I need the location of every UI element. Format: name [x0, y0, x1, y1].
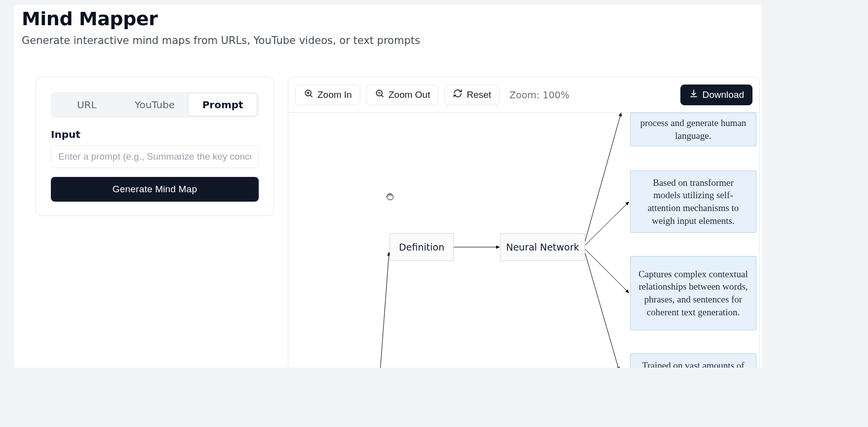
svg-line-13 [585, 113, 621, 241]
svg-line-17 [585, 249, 629, 293]
svg-line-5 [381, 95, 383, 97]
node-definition[interactable]: Definition [390, 233, 454, 261]
zoom-in-button[interactable]: Zoom In [295, 85, 360, 105]
download-button[interactable]: Download [680, 85, 753, 105]
reset-label: Reset [467, 89, 491, 100]
svg-line-15 [585, 202, 629, 245]
input-label: Input [51, 128, 259, 140]
prompt-input[interactable] [51, 145, 259, 168]
zoom-in-icon [304, 88, 314, 101]
mindmap-canvas[interactable]: DefinitionNeural Networkprocess and gene… [288, 113, 759, 368]
download-label: Download [703, 89, 745, 100]
input-panel: URL YouTube Prompt Input Generate Mind M… [36, 77, 274, 216]
input-tabs: URL YouTube Prompt [51, 92, 259, 118]
download-icon [689, 88, 699, 101]
zoom-out-label: Zoom Out [389, 89, 430, 100]
generate-button[interactable]: Generate Mind Map [51, 177, 259, 202]
node-neural-network[interactable]: Neural Network [500, 233, 585, 261]
canvas-toolbar: Zoom In Zoom Out Reset Zoom: [288, 77, 759, 113]
canvas-panel: Zoom In Zoom Out Reset Zoom: [288, 77, 760, 368]
zoom-in-label: Zoom In [317, 89, 352, 100]
zoom-out-icon [375, 88, 385, 101]
svg-marker-14 [619, 113, 622, 117]
svg-line-1 [311, 95, 313, 97]
node-leaf2[interactable]: Based on transformer models utilizing se… [630, 171, 756, 233]
refresh-icon [453, 88, 463, 101]
svg-marker-12 [496, 246, 500, 249]
tab-prompt[interactable]: Prompt [189, 94, 257, 116]
reset-button[interactable]: Reset [444, 85, 500, 105]
svg-line-7 [380, 252, 389, 368]
tab-youtube[interactable]: YouTube [121, 94, 189, 116]
node-leaf3[interactable]: Captures complex contextual relationship… [630, 256, 756, 330]
zoom-out-button[interactable]: Zoom Out [366, 85, 438, 105]
page-title: Mind Mapper [22, 8, 754, 30]
zoom-readout: Zoom: 100% [510, 89, 570, 100]
node-leaf4[interactable]: Trained on vast amounts of [630, 353, 756, 368]
tab-url[interactable]: URL [53, 94, 121, 116]
node-leaf1[interactable]: process and generate human language. [630, 113, 756, 146]
page-subtitle: Generate interactive mind maps from URLs… [22, 35, 754, 46]
svg-line-19 [585, 253, 619, 368]
